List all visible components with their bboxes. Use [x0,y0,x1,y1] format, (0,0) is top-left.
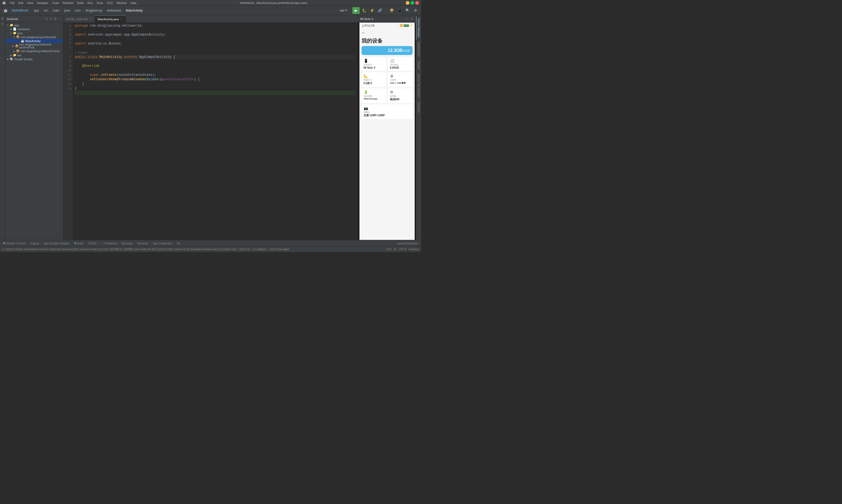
tree-label-package-test: com.dingjiaxiong.helloworld (test) [20,50,59,53]
bottom-tab-todo[interactable]: TODO [86,241,99,246]
status-bar-right: 14:2 LF UTF-8 4 spaces [386,248,419,251]
tab-close-activity-main-xml[interactable]: ✕ [89,17,92,20]
right-tab-gradle[interactable]: Gradle [416,59,421,71]
close-button[interactable]: ✕ [415,1,419,5]
tree-item-app[interactable]: ▼ 📁 app [5,23,63,27]
menu-code[interactable]: Code [51,1,60,5]
code-line-2 [75,28,356,33]
tree-item-res[interactable]: ▶ 📁 res [5,53,63,57]
tree-label-package-main: com.dingjiaxiong.helloworld [20,36,56,39]
breadcrumb-main[interactable]: main [52,8,60,13]
bottom-tab-logcat[interactable]: Logcat [28,241,41,246]
attach-debugger-button[interactable]: 🔗 [377,7,383,14]
tree-label-app: app [14,24,19,27]
spec-value-battery: 3500mAh(typ) [364,97,384,100]
bottom-tab-version-control[interactable]: Version Control [1,241,28,246]
breadcrumb-mainactivity[interactable]: MainActivity [125,8,143,13]
right-tab-device-manager[interactable]: Device Manager [416,16,421,40]
phone-back-button[interactable]: ← [361,30,413,36]
debug-button[interactable]: 🐛 [361,7,368,14]
emulator-screen: 上午11:58 ··· 📶 ⚡ ← 我的设备 12.3GB/64GB [358,23,416,240]
menu-view[interactable]: View [25,1,35,5]
maximize-button[interactable]: □ [411,1,414,5]
menu-navigate[interactable]: Navigate [35,1,50,5]
tree-item-manifests[interactable]: ▶ 📄 manifests [5,27,63,31]
menu-window[interactable]: Window [115,1,128,5]
tab-close-mainactivity-java[interactable]: ✕ [120,18,123,21]
avd-manager-button[interactable]: 📱 [396,7,403,14]
bottom-tab-app-inspection[interactable]: App Inspection [151,241,174,246]
phone-charging-icon: ⚡ [410,24,413,27]
menu-refactor[interactable]: Refactor [61,1,75,5]
breadcrumb-src[interactable]: src [43,8,49,13]
phone-status-bar: 上午11:58 ··· 📶 ⚡ [359,23,415,29]
right-tab-notifications[interactable]: Notifications [416,40,421,59]
breadcrumb-app[interactable]: app [33,8,40,13]
status-indent[interactable]: 4 spaces [408,248,419,251]
status-position[interactable]: 14:2 [386,248,391,251]
status-line-separator[interactable]: LF [394,248,397,251]
panel-header-project: Android ↻ ≡ ⚙ − [5,15,63,23]
emulator-restore-btn[interactable]: □ [406,17,408,21]
bottom-tab-label-build: Build [77,242,83,245]
project-panel: Android ↻ ≡ ⚙ − ▼ 📁 app ▶ 📄 manifests [5,15,63,240]
menu-file[interactable]: File [8,1,16,5]
bottom-tab-problems[interactable]: ⚠ Problems [99,241,119,246]
search-button[interactable]: 🔍 [404,7,411,14]
status-encoding[interactable]: UTF-8 [399,248,406,251]
bottom-tab-layout-inspector[interactable]: Layout Inspector [394,241,420,246]
panel-sync-btn[interactable]: ↻ [45,17,49,21]
bottom-tab-pr[interactable]: Pr... [175,241,184,246]
spec-value-ram: 6.00GB [390,66,411,69]
breadcrumb-helloworld[interactable]: helloworld [106,8,122,13]
android-sdk-btn[interactable]: 🤖 [2,7,9,14]
breadcrumb-java[interactable]: java [64,8,71,13]
cpu-icon: ⚙ [390,90,411,94]
main-layout: P R Android ↻ ≡ ⚙ − ▼ 📁 app ▶ 📄 manife [0,15,421,240]
code-line-3: import androidx.appcompat.app.AppCompatA… [75,33,356,37]
minimize-button[interactable]: − [406,1,409,5]
settings-button[interactable]: ⚙ [412,7,419,14]
sidebar-icon-project[interactable]: P [0,16,5,21]
menu-vcs[interactable]: VCS [105,1,114,5]
menu-help[interactable]: Help [129,1,138,5]
panel-settings-btn[interactable]: ⚙ [53,17,57,21]
panel-minimize-btn[interactable]: − [58,17,61,21]
code-line-14: } [75,86,356,91]
tree-item-gradle-scripts[interactable]: ▶ 🐘 Gradle Scripts [5,57,63,61]
tree-item-package-test[interactable]: ▶ 📦 com.dingjiaxiong.helloworld (test) [5,49,63,53]
right-tab-device-file-explorer[interactable]: Device File Explorer [416,72,421,100]
profile-button[interactable]: ⚡ [369,7,375,14]
tab-activity-main-xml[interactable]: activity_main.xml ✕ [63,16,95,22]
sidebar-icon-resource-manager[interactable]: R [0,22,5,26]
bottom-tab-label-todo: TODO [88,242,96,245]
tree-item-package-androidtest[interactable]: ▶ 📦 com.dingjiaxiong.helloworld (android… [5,43,63,49]
emulator-minimize-btn[interactable]: − [401,17,404,21]
breadcrumb-dingjiaxiong[interactable]: dingjiaxiong [85,8,103,13]
bottom-tab-app-quality-insights[interactable]: App Quality Insights [41,241,72,246]
panel-collapse-btn[interactable]: ≡ [50,17,52,21]
emulator-close-btn[interactable]: ✕ [410,17,414,21]
menu-tools[interactable]: Tools [95,1,105,5]
run-config-dropdown[interactable]: app ▾ [336,7,351,14]
code-content[interactable]: package com.dingjiaxiong.helloworld; imp… [73,23,358,240]
breadcrumb-com[interactable]: com [74,8,82,13]
code-line-10: ● protected void onCreate(Bundle savedIn… [75,68,356,73]
right-tab-emulator[interactable]: Emulator [416,100,421,115]
run-button[interactable]: ▶ [352,7,360,14]
menu-build[interactable]: Build [76,1,85,5]
sdk-manager-button[interactable]: 📦 [388,7,395,14]
tree-item-mainactivity[interactable]: ☕ MainActivity [5,39,63,43]
menu-run[interactable]: Run [86,1,94,5]
bottom-tab-terminal[interactable]: Terminal [120,241,135,246]
bottom-tab-build[interactable]: Build [72,241,85,246]
tab-mainactivity-java[interactable]: MainActivity.java ✕ [95,16,126,22]
tree-item-package-main[interactable]: ▼ 📦 com.dingjiaxiong.helloworld [5,35,63,39]
breadcrumb-sep-4: › [61,9,62,12]
bottom-tab-services[interactable]: Services [135,241,150,246]
tree-item-java[interactable]: ▼ 📁 java [5,31,63,35]
spec-value-cpu: 骁龙660 [390,97,411,101]
spec-label-camera: 摄像头 [364,111,411,114]
code-line-4 [75,37,356,41]
menu-edit[interactable]: Edit [17,1,25,5]
